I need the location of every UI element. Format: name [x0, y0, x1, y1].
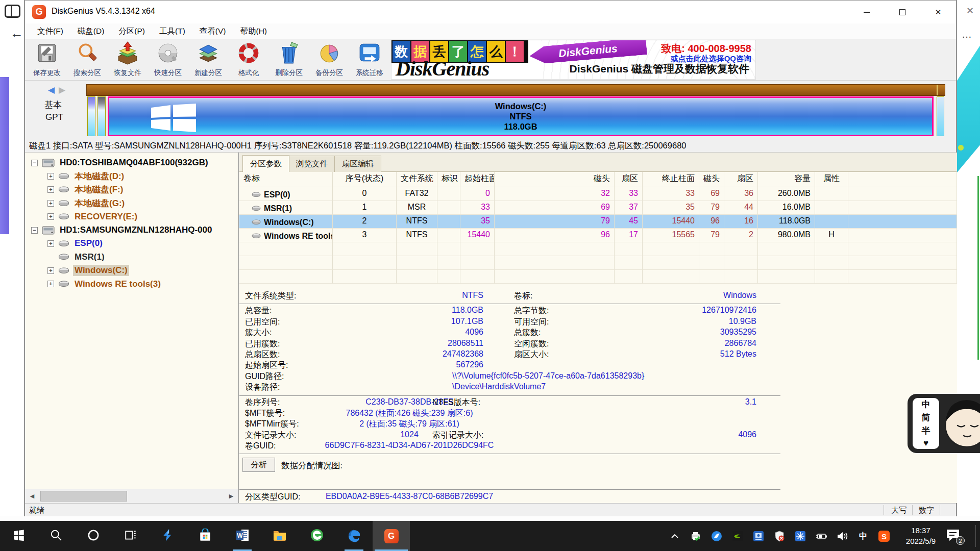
table-row-3[interactable]: Windows RE tools(3)3NTFS1544096171556579… — [239, 229, 957, 242]
expand-icon[interactable]: + — [47, 173, 54, 180]
ad-banner[interactable]: 数据丢了怎么！ DiskGenius 致电: 400-008-9958 或点击此… — [391, 40, 756, 80]
background-ellipsis-icon[interactable]: … — [962, 29, 973, 40]
tree-item-esp-0-[interactable]: +ESP(0) — [47, 237, 104, 249]
search-taskbar-button[interactable] — [37, 521, 75, 551]
disk-nav-arrows[interactable]: ◀▶ — [48, 85, 65, 95]
minimize-button[interactable] — [849, 1, 885, 23]
partition-bar-remainder[interactable] — [937, 96, 944, 136]
expand-icon[interactable]: + — [47, 240, 54, 247]
bird-app-icon[interactable] — [709, 529, 724, 543]
back-arrow-icon[interactable]: ← — [10, 26, 23, 41]
volume-icon[interactable] — [835, 529, 849, 543]
column-header-1[interactable]: 序号(状态) — [333, 172, 397, 187]
column-header-5[interactable]: 磁头 — [495, 172, 615, 187]
next-disk-icon[interactable]: ▶ — [59, 85, 65, 95]
ime-status-char[interactable]: 中 — [922, 398, 930, 410]
column-header-3[interactable]: 标识 — [437, 172, 460, 187]
flash-app-taskbar-button[interactable] — [149, 521, 186, 551]
menu-item-2[interactable]: 分区(P) — [111, 24, 152, 39]
partition-bar-msr[interactable] — [97, 96, 106, 136]
menu-item-3[interactable]: 工具(T) — [152, 24, 192, 39]
toolbar-button-4[interactable]: 新建分区 — [188, 40, 228, 80]
toolbar-button-2[interactable]: 恢复文件 — [108, 40, 148, 80]
background-close-icon[interactable]: ✕ — [966, 5, 974, 16]
snowflake-icon[interactable] — [793, 529, 807, 543]
column-header-10[interactable]: 容量 — [758, 172, 815, 187]
tree-item-recovery-e-[interactable]: +RECOVERY(E:) — [47, 211, 139, 223]
ime-status-char[interactable]: ♥ — [923, 438, 928, 448]
close-button[interactable]: ✕ — [920, 1, 956, 23]
power-plug-icon[interactable] — [814, 529, 828, 543]
menu-item-4[interactable]: 查看(V) — [192, 24, 233, 39]
tree-item-hd1-samsungmznln128hahq-000[interactable]: −HD1:SAMSUNGMZNLN128HAHQ-000 — [31, 224, 214, 236]
toolbar-button-3[interactable]: 快速分区 — [148, 40, 188, 80]
analyze-button[interactable]: 分析 — [242, 458, 275, 472]
scroll-right-icon[interactable]: ▶ — [224, 489, 238, 503]
tree-item--d-[interactable]: +本地磁盘(D:) — [47, 170, 126, 182]
disk-header-strip[interactable] — [86, 84, 945, 96]
intel-graphics-icon[interactable] — [751, 529, 766, 543]
toolbar-button-6[interactable]: 删除分区 — [269, 40, 309, 80]
partition-bar-esp[interactable] — [87, 96, 95, 136]
nvidia-icon[interactable] — [730, 529, 745, 543]
maximize-button[interactable] — [885, 1, 920, 23]
ime-zh-icon[interactable]: 中 — [856, 529, 870, 543]
tree-item-windows-c-[interactable]: +Windows(C:) — [47, 264, 129, 277]
table-row-1[interactable]: MSR(1)1MSR33693735794416.0MB — [239, 201, 957, 215]
ime-widget[interactable]: 中简半♥ — [908, 392, 980, 456]
column-header-6[interactable]: 扇区 — [615, 172, 643, 187]
column-header-9[interactable]: 扇区 — [724, 172, 758, 187]
cortana-taskbar-button[interactable] — [75, 521, 112, 551]
menu-item-1[interactable]: 磁盘(D) — [70, 24, 112, 39]
tree-item-hd0-toshibamq04abf100-932gb-[interactable]: −HD0:TOSHIBAMQ04ABF100(932GB) — [31, 157, 210, 169]
tree-item--f-[interactable]: +本地磁盘(F:) — [47, 184, 125, 196]
table-row-0[interactable]: ESP(0)0FAT3203233336936260.0MB — [239, 187, 957, 201]
scroll-thumb[interactable] — [40, 491, 127, 502]
column-header-4[interactable]: 起始柱面 — [460, 172, 495, 187]
file-explorer-taskbar-button[interactable] — [261, 521, 298, 551]
windows-start-taskbar-button[interactable] — [0, 521, 37, 551]
printer-check-icon[interactable] — [689, 529, 703, 543]
store-taskbar-button[interactable] — [186, 521, 224, 551]
menu-item-5[interactable]: 帮助(H) — [233, 24, 274, 39]
tab-2[interactable]: 扇区编辑 — [334, 156, 381, 172]
tree-item-windows-re-tools-3-[interactable]: +Windows RE tools(3) — [47, 278, 162, 290]
tree-item-msr-1-[interactable]: MSR(1) — [47, 251, 106, 263]
edge-taskbar-button[interactable] — [335, 521, 373, 551]
tree-horizontal-scrollbar[interactable]: ◀ ▶ — [25, 489, 238, 503]
expand-icon[interactable]: + — [47, 186, 54, 193]
expand-icon[interactable]: + — [47, 213, 54, 220]
expand-icon[interactable]: + — [47, 281, 54, 287]
collapse-icon[interactable]: − — [31, 160, 38, 166]
tree-item--g-[interactable]: +本地磁盘(G:) — [47, 197, 126, 209]
column-header-8[interactable]: 磁头 — [699, 172, 724, 187]
ime-status-char[interactable]: 简 — [922, 412, 930, 423]
tab-0[interactable]: 分区参数 — [242, 155, 289, 172]
column-header-11[interactable]: 属性 — [815, 172, 848, 187]
column-header-0[interactable]: 卷标 — [239, 172, 333, 187]
task-view-taskbar-button[interactable] — [112, 521, 149, 551]
ime-status-char[interactable]: 半 — [922, 425, 930, 437]
column-header-7[interactable]: 终止柱面 — [643, 172, 699, 187]
expand-icon[interactable]: + — [47, 200, 54, 207]
defender-alert-icon[interactable] — [772, 529, 787, 543]
chevron-up-icon[interactable] — [668, 529, 682, 543]
partition-bar-windows-c[interactable]: Windows(C:) NTFS 118.0GB — [108, 96, 934, 136]
ime-status-panel[interactable]: 中简半♥ — [913, 398, 939, 449]
toolbar-button-7[interactable]: 备份分区 — [309, 40, 349, 80]
word-taskbar-button[interactable]: W — [224, 521, 261, 551]
collapse-icon[interactable]: − — [31, 227, 38, 234]
scroll-left-icon[interactable]: ◀ — [25, 489, 39, 503]
diskgenius-taskbar-taskbar-button[interactable]: G — [373, 521, 410, 551]
sogou-icon[interactable]: S — [877, 529, 891, 543]
toolbar-button-8[interactable]: 系统迁移 — [350, 40, 389, 80]
prev-disk-icon[interactable]: ◀ — [48, 85, 55, 95]
toolbar-button-1[interactable]: 搜索分区 — [67, 40, 107, 80]
taskbar-clock[interactable]: 18:37 2022/5/9 — [899, 525, 942, 546]
notification-center-icon[interactable]: 2 — [945, 528, 963, 543]
tab-1[interactable]: 浏览文件 — [288, 156, 335, 172]
expand-icon[interactable]: + — [47, 267, 54, 274]
show-desktop-divider[interactable] — [975, 525, 976, 547]
table-row-2[interactable]: Windows(C:)2NTFS357945154409616118.0GB — [239, 215, 957, 229]
toolbar-button-5[interactable]: 格式化 — [229, 40, 268, 80]
